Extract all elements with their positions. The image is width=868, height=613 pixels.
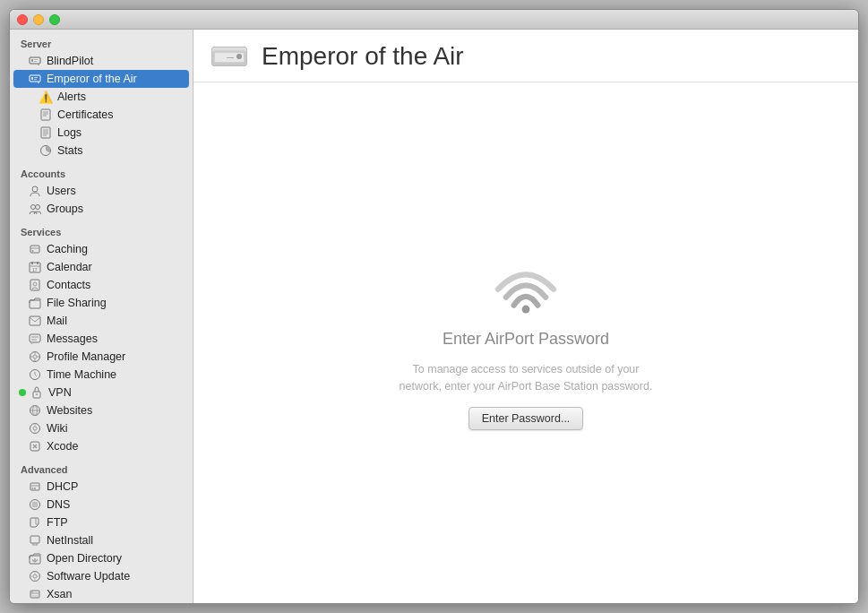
svg-point-25: [32, 250, 34, 252]
svg-rect-86: [227, 57, 234, 58]
vpn-icon: [30, 385, 44, 400]
server-icon: [28, 54, 42, 68]
main-panel: Emperor of the Air Enter AirPort Passwor…: [193, 30, 858, 603]
filesharing-label: File Sharing: [47, 297, 107, 309]
sidebar-item-caching[interactable]: Caching: [13, 240, 189, 258]
dns-icon: [28, 497, 42, 512]
sidebar-item-timemachine[interactable]: Time Machine: [13, 366, 189, 384]
content-area: Server BlindPilot Emperor of the Air ⚠️ …: [10, 30, 858, 603]
users-icon: [28, 184, 42, 198]
svg-point-87: [522, 305, 530, 313]
sidebar-item-profilemanager[interactable]: Profile Manager: [13, 348, 189, 366]
blindpilot-label: BlindPilot: [47, 55, 93, 67]
svg-rect-5: [30, 75, 40, 82]
svg-rect-3: [34, 61, 37, 62]
dns-label: DNS: [47, 498, 70, 511]
sidebar-item-certificates[interactable]: Certificates: [13, 106, 189, 124]
sidebar-item-wiki[interactable]: Wiki: [13, 419, 189, 437]
softwareupdate-icon: [28, 569, 42, 583]
certificates-icon: [39, 108, 53, 122]
svg-point-22: [36, 205, 40, 210]
sidebar-item-dhcp[interactable]: DHCP: [13, 478, 189, 496]
main-window: Server BlindPilot Emperor of the Air ⚠️ …: [9, 9, 859, 604]
minimize-button[interactable]: [33, 14, 44, 25]
enter-password-button[interactable]: Enter Password...: [468, 407, 584, 430]
sidebar-item-calendar[interactable]: 17 Calendar: [13, 258, 189, 276]
messages-icon: [28, 332, 42, 346]
main-header: Emperor of the Air: [193, 30, 858, 82]
sidebar-item-stats[interactable]: Stats: [13, 142, 189, 160]
svg-rect-1: [31, 59, 33, 62]
svg-point-4: [38, 64, 39, 65]
svg-point-39: [33, 355, 37, 358]
sidebar: Server BlindPilot Emperor of the Air ⚠️ …: [10, 30, 193, 603]
emperor-server-icon: [28, 72, 42, 86]
svg-rect-31: [30, 280, 39, 290]
sidebar-item-xsan[interactable]: Xsan: [13, 585, 189, 603]
airport-password-description: To manage access to services outside of …: [391, 361, 660, 395]
caching-icon: [28, 242, 42, 256]
sidebar-item-ftp[interactable]: FTP: [13, 514, 189, 531]
server-device-icon: [211, 47, 247, 66]
sidebar-item-dns[interactable]: DNS: [13, 496, 189, 514]
sidebar-item-websites[interactable]: Websites: [13, 401, 189, 419]
sidebar-item-users[interactable]: Users: [13, 182, 189, 200]
svg-rect-67: [30, 536, 39, 543]
close-button[interactable]: [17, 14, 28, 25]
wifi-graphic: [490, 255, 562, 317]
websites-icon: [28, 403, 42, 418]
ftp-label: FTP: [47, 516, 68, 529]
svg-rect-34: [30, 316, 40, 325]
svg-rect-10: [41, 109, 50, 120]
timemachine-label: Time Machine: [47, 368, 116, 381]
sidebar-item-softwareupdate[interactable]: Software Update: [13, 567, 189, 585]
sidebar-item-xcode[interactable]: Xcode: [13, 437, 189, 455]
sidebar-item-contacts[interactable]: Contacts: [13, 276, 189, 294]
sidebar-item-vpn[interactable]: VPN: [13, 384, 189, 401]
section-advanced: Advanced: [10, 455, 193, 478]
sidebar-item-blindpilot[interactable]: BlindPilot: [13, 52, 189, 70]
alerts-icon: ⚠️: [39, 90, 53, 104]
svg-rect-6: [31, 77, 33, 80]
svg-rect-2: [34, 59, 38, 60]
groups-icon: [28, 202, 42, 216]
caching-label: Caching: [47, 243, 88, 255]
svg-text:17: 17: [32, 267, 38, 272]
sidebar-item-alerts[interactable]: ⚠️ Alerts: [13, 88, 189, 106]
svg-point-21: [31, 205, 36, 210]
mail-label: Mail: [47, 315, 67, 327]
sidebar-item-emperor[interactable]: Emperor of the Air: [13, 70, 189, 88]
logs-label: Logs: [57, 126, 82, 139]
filesharing-icon: [28, 296, 42, 310]
stats-icon: [39, 143, 53, 158]
titlebar: [10, 10, 858, 30]
xsan-label: Xsan: [47, 588, 73, 600]
opendirectory-icon: [28, 551, 42, 566]
sidebar-item-messages[interactable]: Messages: [13, 330, 189, 348]
netinstall-icon: [28, 533, 42, 548]
svg-point-32: [33, 282, 37, 286]
maximize-button[interactable]: [49, 14, 60, 25]
wiki-label: Wiki: [47, 422, 68, 435]
wiki-icon: [28, 421, 42, 436]
groups-label: Groups: [47, 203, 83, 215]
svg-rect-14: [41, 127, 50, 138]
svg-rect-23: [30, 246, 39, 253]
svg-point-53: [33, 427, 37, 430]
opendirectory-label: Open Directory: [47, 552, 122, 565]
vpn-status-dot: [19, 389, 26, 396]
xcode-label: Xcode: [47, 440, 78, 453]
sidebar-item-filesharing[interactable]: File Sharing: [13, 294, 189, 312]
svg-point-62: [34, 488, 36, 489]
sidebar-item-mail[interactable]: Mail: [13, 312, 189, 330]
sidebar-item-logs[interactable]: Logs: [13, 124, 189, 142]
sidebar-item-opendirectory[interactable]: Open Directory: [13, 549, 189, 567]
alerts-label: Alerts: [57, 91, 86, 103]
ftp-icon: [28, 515, 42, 530]
traffic-lights: [17, 14, 60, 25]
dhcp-icon: [28, 479, 42, 494]
sidebar-item-groups[interactable]: Groups: [13, 200, 189, 218]
xsan-icon: [28, 587, 42, 601]
sidebar-item-netinstall[interactable]: NetInstall: [13, 531, 189, 549]
xcode-icon: [28, 439, 42, 453]
